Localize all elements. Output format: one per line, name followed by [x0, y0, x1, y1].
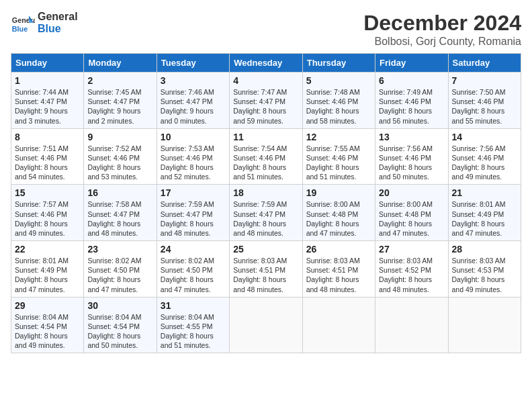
- day-detail: Sunrise: 7:48 AMSunset: 4:46 PMDaylight:…: [306, 87, 371, 126]
- day-cell: 4Sunrise: 7:47 AMSunset: 4:47 PMDaylight…: [230, 73, 302, 129]
- day-detail: Sunrise: 8:01 AMSunset: 4:49 PMDaylight:…: [452, 199, 517, 238]
- week-row-3: 15Sunrise: 7:57 AMSunset: 4:46 PMDayligh…: [11, 185, 521, 241]
- day-detail: Sunrise: 7:46 AMSunset: 4:47 PMDaylight:…: [161, 87, 226, 126]
- weekday-friday: Friday: [375, 54, 448, 73]
- day-detail: Sunrise: 7:56 AMSunset: 4:46 PMDaylight:…: [379, 144, 444, 182]
- day-number: 20: [379, 187, 444, 198]
- day-number: 9: [87, 132, 152, 142]
- day-number: 30: [87, 300, 152, 311]
- day-cell: 9Sunrise: 7:52 AMSunset: 4:46 PMDaylight…: [84, 128, 157, 185]
- day-number: 8: [15, 132, 80, 142]
- day-cell: 27Sunrise: 8:03 AMSunset: 4:52 PMDayligh…: [375, 241, 448, 298]
- day-cell: 21Sunrise: 8:01 AMSunset: 4:49 PMDayligh…: [448, 185, 521, 241]
- day-number: 7: [452, 75, 517, 86]
- calendar-body: 1Sunrise: 7:44 AMSunset: 4:47 PMDaylight…: [11, 73, 521, 353]
- day-cell: 2Sunrise: 7:45 AMSunset: 4:47 PMDaylight…: [84, 73, 157, 129]
- day-cell: 25Sunrise: 8:03 AMSunset: 4:51 PMDayligh…: [230, 241, 302, 298]
- day-detail: Sunrise: 7:59 AMSunset: 4:47 PMDaylight:…: [233, 199, 298, 238]
- day-detail: Sunrise: 8:04 AMSunset: 4:54 PMDaylight:…: [15, 312, 80, 351]
- day-detail: Sunrise: 8:01 AMSunset: 4:49 PMDaylight:…: [15, 256, 80, 294]
- day-number: 6: [379, 75, 444, 86]
- day-detail: Sunrise: 7:51 AMSunset: 4:46 PMDaylight:…: [15, 144, 80, 182]
- day-detail: Sunrise: 7:55 AMSunset: 4:46 PMDaylight:…: [306, 144, 371, 182]
- day-number: 14: [452, 132, 517, 142]
- weekday-thursday: Thursday: [302, 54, 375, 73]
- day-number: 31: [161, 300, 226, 311]
- day-detail: Sunrise: 7:59 AMSunset: 4:47 PMDaylight:…: [161, 199, 226, 238]
- day-number: 27: [379, 244, 444, 255]
- weekday-wednesday: Wednesday: [230, 54, 302, 73]
- day-detail: Sunrise: 7:45 AMSunset: 4:47 PMDaylight:…: [87, 87, 152, 126]
- week-row-5: 29Sunrise: 8:04 AMSunset: 4:54 PMDayligh…: [11, 297, 521, 353]
- day-cell: [302, 297, 375, 353]
- day-number: 2: [87, 75, 152, 86]
- week-row-4: 22Sunrise: 8:01 AMSunset: 4:49 PMDayligh…: [11, 241, 521, 298]
- day-cell: 10Sunrise: 7:53 AMSunset: 4:46 PMDayligh…: [157, 128, 229, 185]
- day-cell: 5Sunrise: 7:48 AMSunset: 4:46 PMDaylight…: [302, 73, 375, 129]
- weekday-tuesday: Tuesday: [157, 54, 229, 73]
- month-title: December 2024: [363, 11, 521, 36]
- day-cell: 18Sunrise: 7:59 AMSunset: 4:47 PMDayligh…: [230, 185, 302, 241]
- day-cell: 29Sunrise: 8:04 AMSunset: 4:54 PMDayligh…: [11, 297, 84, 353]
- day-detail: Sunrise: 7:50 AMSunset: 4:46 PMDaylight:…: [452, 87, 517, 126]
- day-detail: Sunrise: 7:56 AMSunset: 4:46 PMDaylight:…: [452, 144, 517, 182]
- day-cell: 16Sunrise: 7:58 AMSunset: 4:47 PMDayligh…: [84, 185, 157, 241]
- day-number: 13: [379, 132, 444, 142]
- logo-blue: Blue: [38, 23, 78, 35]
- day-cell: 11Sunrise: 7:54 AMSunset: 4:46 PMDayligh…: [230, 128, 302, 185]
- location-subtitle: Bolbosi, Gorj County, Romania: [363, 36, 521, 48]
- day-number: 5: [306, 75, 371, 86]
- day-number: 23: [87, 244, 152, 255]
- day-number: 22: [15, 244, 80, 255]
- day-cell: 28Sunrise: 8:03 AMSunset: 4:53 PMDayligh…: [448, 241, 521, 298]
- day-number: 1: [15, 75, 80, 86]
- day-number: 18: [233, 187, 298, 198]
- logo: General Blue General Blue: [11, 11, 78, 35]
- day-detail: Sunrise: 8:03 AMSunset: 4:52 PMDaylight:…: [379, 256, 444, 294]
- day-number: 24: [161, 244, 226, 255]
- day-cell: 1Sunrise: 7:44 AMSunset: 4:47 PMDaylight…: [11, 73, 84, 129]
- day-detail: Sunrise: 7:47 AMSunset: 4:47 PMDaylight:…: [233, 87, 298, 126]
- week-row-2: 8Sunrise: 7:51 AMSunset: 4:46 PMDaylight…: [11, 128, 521, 185]
- day-number: 29: [15, 300, 80, 311]
- day-cell: [448, 297, 521, 353]
- day-detail: Sunrise: 7:57 AMSunset: 4:46 PMDaylight:…: [15, 199, 80, 238]
- day-detail: Sunrise: 8:03 AMSunset: 4:51 PMDaylight:…: [306, 256, 371, 294]
- day-detail: Sunrise: 8:00 AMSunset: 4:48 PMDaylight:…: [379, 199, 444, 238]
- day-number: 17: [161, 187, 226, 198]
- day-detail: Sunrise: 7:54 AMSunset: 4:46 PMDaylight:…: [233, 144, 298, 182]
- day-cell: 20Sunrise: 8:00 AMSunset: 4:48 PMDayligh…: [375, 185, 448, 241]
- day-detail: Sunrise: 8:02 AMSunset: 4:50 PMDaylight:…: [87, 256, 152, 294]
- day-number: 12: [306, 132, 371, 142]
- day-cell: 3Sunrise: 7:46 AMSunset: 4:47 PMDaylight…: [157, 73, 229, 129]
- day-detail: Sunrise: 8:02 AMSunset: 4:50 PMDaylight:…: [161, 256, 226, 294]
- day-cell: 26Sunrise: 8:03 AMSunset: 4:51 PMDayligh…: [302, 241, 375, 298]
- day-cell: 31Sunrise: 8:04 AMSunset: 4:55 PMDayligh…: [157, 297, 229, 353]
- day-cell: 22Sunrise: 8:01 AMSunset: 4:49 PMDayligh…: [11, 241, 84, 298]
- weekday-sunday: Sunday: [11, 54, 84, 73]
- day-cell: 13Sunrise: 7:56 AMSunset: 4:46 PMDayligh…: [375, 128, 448, 185]
- day-detail: Sunrise: 7:49 AMSunset: 4:46 PMDaylight:…: [379, 87, 444, 126]
- day-detail: Sunrise: 8:03 AMSunset: 4:51 PMDaylight:…: [233, 256, 298, 294]
- day-cell: [230, 297, 302, 353]
- day-cell: 15Sunrise: 7:57 AMSunset: 4:46 PMDayligh…: [11, 185, 84, 241]
- day-number: 19: [306, 187, 371, 198]
- day-cell: 8Sunrise: 7:51 AMSunset: 4:46 PMDaylight…: [11, 128, 84, 185]
- logo-icon: General Blue: [11, 11, 35, 35]
- week-row-1: 1Sunrise: 7:44 AMSunset: 4:47 PMDaylight…: [11, 73, 521, 129]
- day-detail: Sunrise: 8:03 AMSunset: 4:53 PMDaylight:…: [452, 256, 517, 294]
- day-number: 4: [233, 75, 298, 86]
- day-cell: 24Sunrise: 8:02 AMSunset: 4:50 PMDayligh…: [157, 241, 229, 298]
- weekday-monday: Monday: [84, 54, 157, 73]
- day-cell: 30Sunrise: 8:04 AMSunset: 4:54 PMDayligh…: [84, 297, 157, 353]
- day-detail: Sunrise: 7:52 AMSunset: 4:46 PMDaylight:…: [87, 144, 152, 182]
- day-cell: 14Sunrise: 7:56 AMSunset: 4:46 PMDayligh…: [448, 128, 521, 185]
- svg-text:Blue: Blue: [12, 25, 28, 33]
- day-number: 16: [87, 187, 152, 198]
- page-header: General Blue General Blue December 2024 …: [11, 11, 521, 48]
- day-detail: Sunrise: 8:00 AMSunset: 4:48 PMDaylight:…: [306, 199, 371, 238]
- day-detail: Sunrise: 7:58 AMSunset: 4:47 PMDaylight:…: [87, 199, 152, 238]
- day-number: 10: [161, 132, 226, 142]
- day-cell: 23Sunrise: 8:02 AMSunset: 4:50 PMDayligh…: [84, 241, 157, 298]
- day-number: 26: [306, 244, 371, 255]
